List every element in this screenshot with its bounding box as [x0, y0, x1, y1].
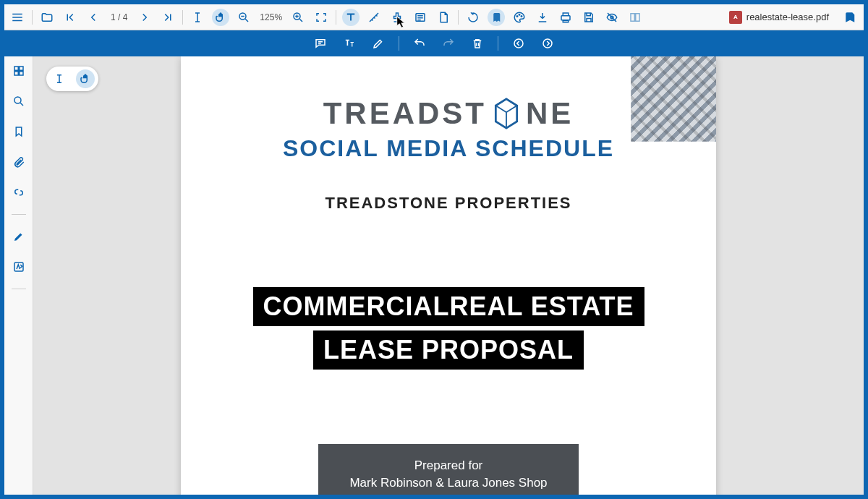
logo: TREADST NE: [181, 96, 716, 131]
separator: [182, 10, 183, 25]
logo-text-left: TREADST: [323, 96, 487, 131]
previous-page-icon[interactable]: [85, 9, 102, 26]
redo-icon[interactable]: [440, 35, 457, 52]
svg-rect-14: [14, 72, 18, 75]
step-forward-icon[interactable]: [539, 35, 556, 52]
svg-point-16: [14, 97, 21, 103]
zoom-in-icon[interactable]: [289, 9, 307, 26]
svg-rect-6: [561, 15, 570, 20]
left-panel-rail: [4, 56, 33, 495]
svg-point-3: [516, 15, 518, 17]
company-name: TREADSTONE PROPERTIES: [181, 194, 716, 213]
logo-text-right: NE: [526, 96, 574, 131]
prepared-by-label: Prepared by: [326, 493, 571, 495]
undo-icon[interactable]: [411, 35, 428, 52]
step-back-icon[interactable]: [510, 35, 527, 52]
menu-icon[interactable]: [9, 9, 26, 26]
prepared-for-label: Prepared for: [326, 459, 571, 473]
headline-line-2: LEASE PROPOSAL: [313, 330, 584, 370]
fit-screen-icon[interactable]: [312, 9, 330, 26]
prepared-box: Prepared for Mark Robinson & Laura Jones…: [318, 444, 579, 495]
zoom-out-icon[interactable]: [235, 9, 252, 26]
pen-draw-icon[interactable]: [370, 35, 387, 52]
separator: [336, 10, 336, 25]
page-icon[interactable]: [435, 9, 452, 26]
headline-line-1: COMMERCIALREAL ESTATE: [253, 287, 644, 326]
file-bookmark-icon[interactable]: [842, 9, 859, 26]
text-select-mode-icon[interactable]: [50, 69, 69, 88]
compare-icon[interactable]: [626, 9, 644, 26]
bookmark-icon[interactable]: [10, 123, 27, 140]
visibility-off-icon[interactable]: [603, 9, 621, 26]
link-icon[interactable]: [10, 184, 27, 201]
download-icon[interactable]: [534, 9, 551, 26]
pan-hand-icon[interactable]: [212, 9, 229, 26]
print-icon[interactable]: [557, 9, 574, 26]
svg-rect-12: [14, 67, 18, 70]
palette-icon[interactable]: [511, 9, 528, 26]
search-icon[interactable]: [10, 93, 27, 110]
separator: [498, 36, 498, 51]
file-name: realestate-lease.pdf: [746, 12, 829, 22]
book-icon[interactable]: [488, 9, 505, 26]
edit-pencil-icon[interactable]: [10, 228, 27, 245]
open-folder-icon[interactable]: [38, 9, 56, 26]
first-page-icon[interactable]: [61, 9, 79, 26]
document-workspace[interactable]: TREADST NE SOCIAL MEDIA SCHEDULE TREADST…: [33, 56, 864, 495]
last-page-icon[interactable]: [159, 9, 176, 26]
svg-point-11: [543, 39, 552, 48]
separator: [458, 10, 459, 25]
text-tool-icon[interactable]: [342, 9, 359, 26]
form-icon[interactable]: [412, 9, 429, 26]
next-page-icon[interactable]: [136, 9, 153, 26]
prepared-for-value: Mark Robinson & Laura Jones Shop: [326, 476, 571, 490]
thumbnails-icon[interactable]: [10, 62, 27, 80]
separator: [12, 289, 26, 289]
svg-point-5: [521, 15, 522, 17]
pan-mode-icon[interactable]: [76, 69, 95, 88]
zoom-level: 125%: [258, 12, 284, 22]
delete-icon[interactable]: [469, 35, 486, 52]
separator: [32, 10, 33, 25]
sign-icon[interactable]: [10, 258, 27, 276]
svg-rect-9: [636, 13, 639, 21]
ruler-icon[interactable]: [365, 9, 383, 26]
rotate-icon[interactable]: [464, 9, 482, 26]
save-icon[interactable]: [580, 9, 597, 26]
mode-toggle-pill: [46, 67, 98, 91]
annotation-toolbar: [4, 30, 864, 56]
text-format-icon[interactable]: [341, 35, 358, 52]
attachment-icon[interactable]: [10, 153, 27, 171]
svg-rect-13: [19, 67, 22, 70]
document-subtitle: SOCIAL MEDIA SCHEDULE: [181, 135, 716, 162]
stamp-icon[interactable]: [388, 9, 406, 26]
logo-mark-icon: [493, 98, 520, 129]
pdf-file-icon: A: [729, 11, 742, 24]
text-select-icon[interactable]: [189, 9, 206, 26]
page-counter: 1 / 4: [108, 12, 130, 22]
svg-point-4: [519, 14, 520, 15]
headline: COMMERCIALREAL ESTATE LEASE PROPOSAL: [181, 285, 716, 372]
svg-rect-8: [631, 13, 634, 21]
svg-rect-15: [19, 72, 22, 75]
svg-point-10: [514, 39, 523, 48]
document-page: TREADST NE SOCIAL MEDIA SCHEDULE TREADST…: [181, 56, 716, 495]
separator: [399, 36, 399, 51]
main-toolbar: 1 / 4 125% A realestate-lease.pdf: [4, 4, 864, 30]
comment-icon[interactable]: [312, 35, 329, 52]
separator: [12, 214, 26, 215]
